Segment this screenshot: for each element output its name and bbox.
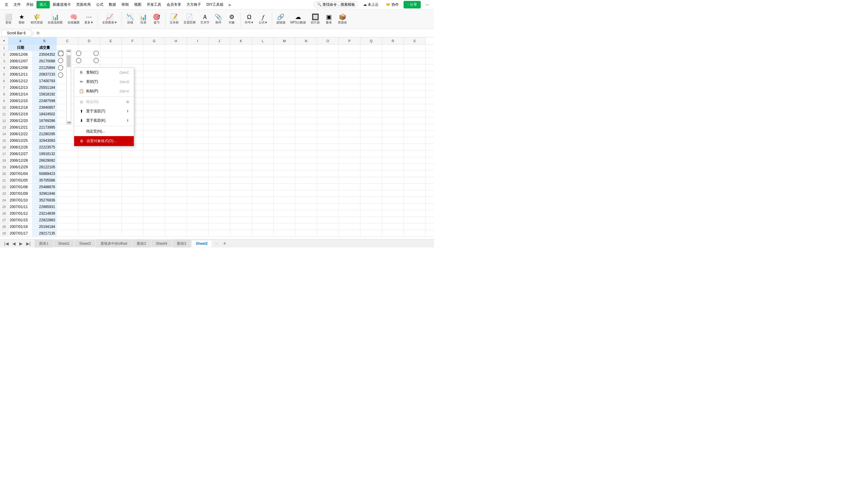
cell-empty[interactable] bbox=[339, 204, 360, 210]
tab-prev-btn[interactable]: ◀ bbox=[11, 241, 17, 246]
cell-empty[interactable] bbox=[295, 144, 317, 150]
cell-empty[interactable] bbox=[404, 78, 426, 84]
cell-empty[interactable] bbox=[360, 111, 382, 117]
col-header-I[interactable]: I bbox=[187, 37, 209, 44]
cell-empty[interactable] bbox=[317, 131, 339, 137]
cell-empty[interactable] bbox=[360, 223, 382, 230]
cell-empty[interactable] bbox=[187, 124, 209, 130]
cell-empty[interactable] bbox=[209, 65, 230, 71]
scroll-bar-shape[interactable] bbox=[66, 49, 71, 125]
col-header-L[interactable]: L bbox=[252, 37, 274, 44]
cell-empty[interactable] bbox=[144, 78, 165, 84]
ribbon-headfoot[interactable]: 📄 页眉页脚 bbox=[182, 13, 197, 25]
cell-empty[interactable] bbox=[209, 111, 230, 117]
ribbon-source[interactable]: 📦 资源表 bbox=[336, 13, 349, 25]
cell-empty[interactable] bbox=[404, 197, 426, 203]
cell-empty[interactable] bbox=[100, 204, 122, 210]
cell-empty[interactable] bbox=[404, 84, 426, 91]
cell-empty[interactable] bbox=[230, 184, 252, 190]
cell-empty[interactable] bbox=[274, 137, 295, 143]
cell-empty[interactable] bbox=[187, 217, 209, 223]
cell-empty[interactable] bbox=[144, 104, 165, 110]
cell-empty[interactable] bbox=[209, 164, 230, 170]
cell-empty[interactable] bbox=[100, 164, 122, 170]
cell-empty[interactable] bbox=[339, 217, 360, 223]
cell-empty[interactable] bbox=[317, 58, 339, 64]
cell-empty[interactable] bbox=[144, 184, 165, 190]
cell-empty[interactable] bbox=[360, 164, 382, 170]
cell-empty[interactable] bbox=[295, 45, 317, 51]
cell-empty[interactable] bbox=[144, 65, 165, 71]
cell-empty[interactable] bbox=[360, 78, 382, 84]
menu-file[interactable]: 文件 bbox=[11, 1, 23, 8]
cell-empty[interactable] bbox=[295, 78, 317, 84]
cell-date[interactable]: 2006/12/11 bbox=[9, 71, 33, 78]
cell-empty[interactable] bbox=[295, 58, 317, 64]
menu-newtab[interactable]: 新建选项卡 bbox=[50, 1, 73, 8]
cell-empty[interactable] bbox=[209, 98, 230, 104]
name-box[interactable]: Scroll Bar 6 bbox=[1, 30, 31, 36]
ctx-cut[interactable]: ✂ 剪切(T) Ctrl+X bbox=[74, 77, 134, 86]
cell-value[interactable]: 35705586 bbox=[33, 177, 57, 183]
cell-empty[interactable] bbox=[230, 164, 252, 170]
cell-empty[interactable] bbox=[209, 104, 230, 110]
cell-empty[interactable] bbox=[252, 71, 274, 78]
cell-empty[interactable] bbox=[57, 217, 78, 223]
cell-empty[interactable] bbox=[100, 197, 122, 203]
circle-shape-1[interactable] bbox=[58, 51, 63, 56]
menu-view[interactable]: 视图 bbox=[132, 1, 144, 8]
cell-empty[interactable] bbox=[78, 151, 100, 157]
cell-empty[interactable] bbox=[382, 58, 404, 64]
cell-empty[interactable] bbox=[144, 124, 165, 130]
cell-value[interactable]: 35276836 bbox=[33, 197, 57, 203]
cell-empty[interactable] bbox=[339, 151, 360, 157]
cell-empty[interactable] bbox=[187, 45, 209, 51]
cell-empty[interactable] bbox=[382, 164, 404, 170]
cell-empty[interactable] bbox=[187, 117, 209, 124]
cell-empty[interactable] bbox=[339, 98, 360, 104]
cell-empty[interactable] bbox=[317, 137, 339, 143]
cell-empty[interactable] bbox=[122, 230, 144, 236]
cell-empty[interactable] bbox=[339, 223, 360, 230]
cell-date[interactable]: 日期 bbox=[9, 45, 33, 51]
cell-empty[interactable] bbox=[404, 65, 426, 71]
cell-empty[interactable] bbox=[165, 124, 187, 130]
ribbon-hyperlink[interactable]: 🔗 超链接 bbox=[275, 13, 287, 25]
sheet-tab-chart1[interactable]: 图表1 bbox=[35, 240, 53, 248]
cell-value[interactable]: 20837233 bbox=[33, 71, 57, 78]
sheet-tab-chart2[interactable]: 图表2 bbox=[132, 240, 151, 248]
cell-empty[interactable] bbox=[57, 230, 78, 236]
circle-shape-7[interactable] bbox=[94, 51, 99, 56]
circle-shape-4[interactable] bbox=[58, 72, 63, 78]
cell-empty[interactable] bbox=[404, 51, 426, 57]
cell-empty[interactable] bbox=[295, 65, 317, 71]
ribbon-formulas[interactable]: 𝑓 公式▼ bbox=[257, 13, 269, 25]
menu-devtools[interactable]: 开发工具 bbox=[144, 1, 164, 8]
cell-empty[interactable] bbox=[187, 230, 209, 236]
cell-value[interactable]: 21280295 bbox=[33, 131, 57, 137]
cell-empty[interactable] bbox=[360, 190, 382, 197]
cell-empty[interactable] bbox=[252, 117, 274, 124]
cell-date[interactable]: 2006/12/07 bbox=[9, 58, 33, 64]
cell-empty[interactable] bbox=[295, 210, 317, 217]
cell-empty[interactable] bbox=[317, 45, 339, 51]
cell-empty[interactable] bbox=[144, 98, 165, 104]
cell-empty[interactable] bbox=[187, 170, 209, 177]
cell-empty[interactable] bbox=[57, 184, 78, 190]
cell-empty[interactable] bbox=[317, 111, 339, 117]
cell-empty[interactable] bbox=[230, 177, 252, 183]
cell-empty[interactable] bbox=[274, 157, 295, 164]
cell-empty[interactable] bbox=[317, 124, 339, 130]
cell-empty[interactable] bbox=[317, 223, 339, 230]
cell-empty[interactable] bbox=[230, 124, 252, 130]
cell-empty[interactable] bbox=[295, 98, 317, 104]
cell-empty[interactable] bbox=[274, 104, 295, 110]
cell-empty[interactable] bbox=[100, 45, 122, 51]
cell-empty[interactable] bbox=[144, 51, 165, 57]
cell-empty[interactable] bbox=[339, 84, 360, 91]
cell-empty[interactable] bbox=[144, 210, 165, 217]
cell-empty[interactable] bbox=[382, 230, 404, 236]
cell-empty[interactable] bbox=[230, 71, 252, 78]
cell-empty[interactable] bbox=[57, 197, 78, 203]
cell-empty[interactable] bbox=[78, 157, 100, 164]
